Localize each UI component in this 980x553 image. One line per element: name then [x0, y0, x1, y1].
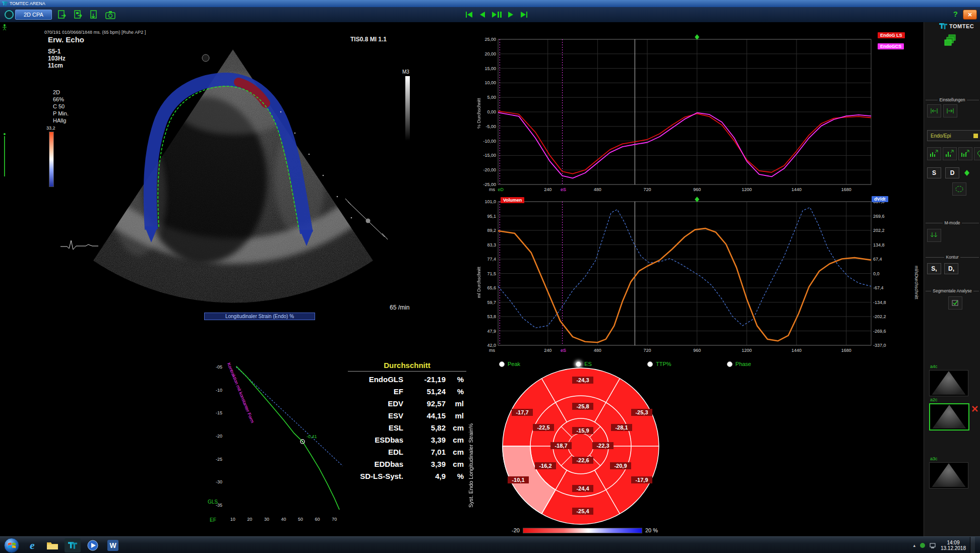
table-row: EDDbas3,39cm [348, 458, 466, 470]
app-icon [2, 1, 8, 6]
thumbnail-a2c[interactable] [929, 403, 969, 431]
tomtec-logo-icon [939, 23, 947, 29]
table-row: SD-LS-Syst.4,9% [348, 470, 466, 482]
internet-explorer-icon[interactable]: e [24, 538, 40, 552]
bullseye-plot: -24,3-17,7-25,8-25,3-22,5-28,1-15,9-18,7… [497, 364, 668, 533]
endo-epi-button[interactable]: Endo/Epi [927, 130, 980, 141]
tomtec-taskbar-icon[interactable] [65, 538, 81, 552]
svg-text:ms: ms [489, 187, 495, 192]
segmental-checkbox-icon[interactable] [948, 296, 962, 310]
svg-text:65,6: 65,6 [487, 285, 496, 290]
word-icon[interactable]: W [105, 538, 121, 552]
svg-text:42,0: 42,0 [487, 343, 496, 348]
svg-text:-15: -15 [216, 410, 222, 415]
ultrasound-image[interactable] [38, 29, 431, 325]
save-results-icon[interactable] [88, 9, 100, 21]
show-desktop-button[interactable] [970, 537, 975, 553]
thumbnail-a4c[interactable] [929, 370, 968, 396]
svg-text:95,1: 95,1 [487, 214, 496, 219]
thumbnail-a3c[interactable] [929, 462, 968, 488]
graph-icon-b[interactable] [943, 147, 957, 160]
file-explorer-icon[interactable] [44, 538, 60, 552]
application-window: TOMTEC ARENA 2D CPA ? ✕ [0, 0, 980, 553]
depth-label: 11cm [48, 62, 63, 69]
play-pause-icon[interactable] [491, 11, 502, 19]
graph-icon-a[interactable] [927, 147, 941, 160]
ecg-trace [60, 240, 98, 250]
volume-chart[interactable]: 101,095,189,283,377,471,565,659,753,847,… [471, 194, 925, 356]
layers-icon[interactable] [944, 34, 958, 49]
help-button[interactable]: ? [953, 10, 958, 18]
param-gain: 66% [53, 96, 64, 102]
bubble-icon[interactable] [974, 147, 980, 160]
svg-text:-67,4: -67,4 [873, 285, 884, 290]
taskbar-clock[interactable]: 14:09 13.12.2018 [941, 540, 966, 551]
close-thumbnail-icon[interactable] [971, 405, 978, 412]
scale-min-label: -20 [512, 527, 520, 533]
svg-text:-269,6: -269,6 [873, 329, 886, 334]
step-back-icon[interactable] [478, 11, 486, 19]
bullseye-segment-value: -28,1 [611, 424, 632, 431]
graph-icon-c[interactable] [958, 147, 972, 160]
bullseye-segment-value: -25,8 [572, 403, 593, 410]
results-panel: Durchschnitt EndoGLS-21,19% EF51,24% EDV… [348, 361, 466, 482]
svg-text:W: W [109, 541, 116, 549]
epi-color-swatch [973, 134, 978, 138]
svg-text:5,00: 5,00 [487, 95, 496, 100]
svg-text:20: 20 [247, 517, 252, 522]
contour-ellipse-icon[interactable] [952, 182, 966, 196]
diastole-button[interactable]: D [945, 167, 959, 178]
svg-text:1680: 1680 [841, 348, 851, 353]
start-button[interactable] [4, 538, 19, 553]
echo-image-panel: 070/191 010/0668/1848 ms. (65 bpm) [Ruhe… [38, 29, 431, 325]
close-button[interactable]: ✕ [963, 10, 977, 20]
strain-overlay-label: Longitudinaler Strain (Endo) % [204, 313, 315, 320]
legend-endogcs[interactable]: EndoGCS [878, 43, 904, 49]
left-edge-strip [0, 22, 9, 536]
tab-2d-cpa[interactable]: 2D CPA [15, 10, 52, 20]
step-forward-icon[interactable] [507, 11, 515, 19]
kontur-d-button[interactable]: D, [944, 263, 958, 274]
gls-ef-plot-panel: -05-10-15-20-25-30-3510203040506070-0,41… [202, 348, 368, 544]
systole-button[interactable]: S [927, 167, 941, 178]
cine-position-slider[interactable] [4, 136, 5, 176]
svg-text:-25: -25 [216, 457, 222, 462]
range-start-icon[interactable] [927, 104, 941, 117]
media-player-icon[interactable] [85, 538, 101, 552]
bullseye-segment-value: -22,5 [533, 424, 554, 431]
mmode-icon[interactable] [927, 229, 941, 242]
strain-chart[interactable]: 25,0020,0015,0010,005,000,00-5,00-10,00-… [471, 30, 925, 194]
colorbar-value: 33,2 [46, 126, 55, 131]
tray-network-icon[interactable] [930, 542, 937, 548]
bullseye-segment-value: -20,9 [610, 462, 631, 469]
legend-endogls[interactable]: EndoG LS [878, 32, 905, 38]
workflow-status-icon [2, 24, 8, 31]
gls-ef-plot[interactable]: -05-10-15-20-25-30-3510203040506070-0,41 [202, 348, 368, 529]
slider-handle[interactable] [4, 133, 6, 135]
ruler-handle[interactable] [366, 219, 371, 223]
kontur-s-button[interactable]: S, [927, 263, 941, 274]
svg-text:960: 960 [693, 348, 701, 353]
export-report-icon[interactable] [56, 9, 68, 21]
snapshot-icon[interactable] [104, 9, 116, 21]
svg-text:-05: -05 [216, 364, 222, 370]
svg-text:-0,41: -0,41 [307, 434, 317, 439]
radio-phase-dot[interactable] [727, 361, 732, 367]
app-menu-icon[interactable] [4, 10, 14, 20]
section-einstellungen: Einstellungen [926, 97, 979, 102]
main-toolbar: 2D CPA ? ✕ [0, 7, 980, 22]
dvdt-axis-label: ml/sDurchschnitt [914, 242, 919, 323]
skip-end-icon[interactable] [520, 11, 529, 19]
export-data-icon[interactable] [72, 9, 84, 21]
range-end-icon[interactable] [943, 104, 957, 117]
svg-text:101,0: 101,0 [484, 199, 496, 204]
thumbnail-label-a2c: a2c [930, 397, 938, 402]
phase-buttons: S D [927, 167, 970, 178]
radio-phase[interactable]: Phase [727, 359, 751, 369]
gls-axis-label: GLS [208, 499, 218, 505]
tray-status-icon[interactable] [920, 542, 926, 548]
tray-expand-icon[interactable]: ▴ [913, 543, 915, 548]
svg-text:269,6: 269,6 [873, 214, 885, 219]
svg-text:240: 240 [544, 187, 552, 192]
skip-start-icon[interactable] [464, 11, 473, 19]
